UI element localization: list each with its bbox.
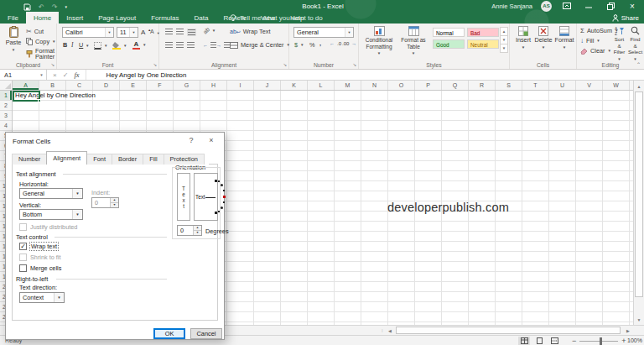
column-header-l[interactable]: L	[308, 81, 335, 90]
font-name-dropdown-icon[interactable]: ▼	[105, 28, 113, 37]
avatar[interactable]: AS	[541, 1, 552, 12]
share-button[interactable]: Share	[612, 12, 639, 24]
paste-dropdown-icon[interactable]: ▼	[12, 47, 15, 54]
close-button[interactable]: ×	[626, 1, 639, 12]
column-header-w[interactable]: W	[603, 81, 630, 90]
zoom-out-icon[interactable]: −	[572, 337, 576, 345]
customize-qat-icon[interactable]: ▾	[65, 4, 67, 9]
ribbon-display-options-icon[interactable]	[560, 1, 574, 12]
conditional-formatting-button[interactable]: Conditional Formatting ▼	[361, 26, 397, 57]
bottom-align-icon[interactable]	[187, 29, 196, 36]
tab-split-handle[interactable]: ⁞	[382, 327, 385, 334]
wrap-text-option-label[interactable]: Wrap text	[30, 243, 58, 250]
horizontal-scroll-thumb[interactable]	[396, 327, 621, 334]
orientation-icon[interactable]: ab▼	[203, 28, 216, 34]
redo-icon[interactable]: ↷	[52, 3, 58, 11]
number-format-dropdown-icon[interactable]: ▼	[345, 28, 353, 37]
style-neutral[interactable]: Neutral	[467, 39, 499, 49]
scroll-down-icon[interactable]: ▼	[634, 315, 644, 324]
cut-button[interactable]: ✂ Cut	[26, 28, 44, 35]
column-header-s[interactable]: S	[496, 81, 522, 90]
shrink-font-button[interactable]: A▼	[150, 29, 160, 34]
fill-color-button[interactable]: ▼	[112, 41, 127, 50]
column-header-i[interactable]: I	[227, 81, 254, 90]
merge-center-button[interactable]: Merge & Center ▼	[230, 41, 290, 49]
dialog-tab-fill[interactable]: Fill	[143, 154, 164, 165]
decrease-decimal-icon[interactable]: .00→	[342, 41, 356, 46]
font-dialog-launcher-icon[interactable]: ↘	[153, 63, 157, 67]
row-header-1[interactable]: 1	[0, 91, 12, 101]
format-cells-button[interactable]: Format ▼	[554, 26, 574, 50]
style-normal[interactable]: Normal	[433, 28, 465, 37]
find-select-button[interactable]: Find & Select ▼	[628, 26, 642, 62]
increase-decimal-icon[interactable]: ←.0	[330, 41, 341, 46]
column-header-f[interactable]: F	[147, 81, 174, 90]
underline-button[interactable]: U	[79, 41, 83, 49]
name-box[interactable]: A1	[0, 70, 37, 80]
paste-button[interactable]: Paste ▼	[3, 26, 23, 53]
decrease-indent-icon[interactable]: ←	[203, 42, 216, 48]
dialog-close-button[interactable]: ×	[205, 136, 217, 144]
align-right-icon[interactable]	[187, 42, 195, 48]
cancel-entry-icon[interactable]: ×	[53, 71, 57, 79]
column-header-j[interactable]: J	[254, 81, 281, 90]
alignment-dialog-launcher-icon[interactable]: ↘	[283, 63, 287, 67]
row-header-2[interactable]: 2	[0, 101, 12, 111]
increase-indent-icon[interactable]: →	[216, 42, 230, 48]
restore-button[interactable]	[604, 1, 617, 12]
percent-style-icon[interactable]: %	[309, 41, 315, 49]
column-header-t[interactable]: T	[522, 81, 549, 90]
menu-tab-file[interactable]: File	[0, 12, 26, 24]
number-format-combo[interactable]: General ▼	[293, 27, 354, 38]
bold-button[interactable]: B	[63, 41, 67, 49]
enter-entry-icon[interactable]: ✓	[63, 71, 69, 79]
menu-tab-formulas[interactable]: Formulas	[143, 12, 186, 24]
column-header-p[interactable]: P	[415, 81, 442, 90]
zoom-in-icon[interactable]: +	[621, 337, 626, 345]
middle-align-icon[interactable]	[176, 29, 184, 34]
save-icon[interactable]	[23, 3, 31, 11]
scroll-up-icon[interactable]: ▲	[634, 81, 644, 91]
indent-down-icon[interactable]: ▼	[110, 203, 118, 207]
ok-button[interactable]: OK	[153, 328, 185, 339]
zoom-level[interactable]: 100%	[627, 337, 642, 343]
wrap-text-button[interactable]: ab↩ Wrap Text	[230, 28, 270, 35]
wrap-text-box[interactable]: ✓	[19, 243, 27, 250]
column-header-r[interactable]: R	[469, 81, 496, 90]
vertical-scroll-thumb[interactable]	[635, 91, 643, 297]
number-dialog-launcher-icon[interactable]: ↘	[352, 63, 356, 67]
dialog-tab-alignment[interactable]: Alignment	[46, 151, 87, 165]
degrees-spinner[interactable]: 0 ▲▼	[177, 225, 202, 236]
column-header-h[interactable]: H	[200, 81, 227, 90]
column-header-k[interactable]: K	[281, 81, 308, 90]
align-left-icon[interactable]	[165, 42, 173, 48]
merge-cells-label[interactable]: Merge cells	[30, 264, 61, 272]
menu-tab-insert[interactable]: Insert	[59, 12, 91, 24]
gallery-more-icon[interactable]: ▼	[500, 44, 508, 53]
merge-cells-box[interactable]	[19, 264, 27, 272]
fill-handle[interactable]	[38, 99, 41, 102]
font-color-button[interactable]: A ▼	[132, 40, 146, 50]
font-size-dropdown-icon[interactable]: ▼	[129, 28, 138, 37]
cancel-button[interactable]: Cancel	[190, 328, 222, 339]
merge-cells-checkbox[interactable]: Merge cells	[19, 264, 61, 272]
degrees-down-icon[interactable]: ▼	[193, 231, 201, 235]
collapse-ribbon-icon[interactable]: ⌃	[636, 61, 641, 67]
user-name[interactable]: Annie Sanjana	[491, 3, 532, 10]
menu-tab-data[interactable]: Data	[187, 12, 216, 24]
sort-filter-button[interactable]: AZ Sort & Filter ▼	[612, 26, 626, 62]
format-as-table-button[interactable]: Format as Table ▼	[397, 26, 429, 57]
underline-dropdown-icon[interactable]: ▼	[86, 44, 89, 48]
dialog-help-button[interactable]: ?	[185, 136, 197, 144]
top-align-icon[interactable]	[165, 29, 173, 34]
column-header-u[interactable]: U	[549, 81, 576, 90]
dialog-tab-number[interactable]: Number	[12, 154, 47, 165]
row-header-3[interactable]: 3	[0, 111, 12, 121]
text-direction-dropdown-icon[interactable]: ▼	[54, 293, 64, 302]
column-header-n[interactable]: N	[361, 81, 388, 90]
column-header-q[interactable]: Q	[442, 81, 469, 90]
comma-style-icon[interactable]: ,	[319, 39, 321, 47]
column-header-g[interactable]: G	[174, 81, 200, 90]
menu-tab-home[interactable]: Home	[26, 12, 59, 24]
column-header-m[interactable]: M	[335, 81, 361, 90]
